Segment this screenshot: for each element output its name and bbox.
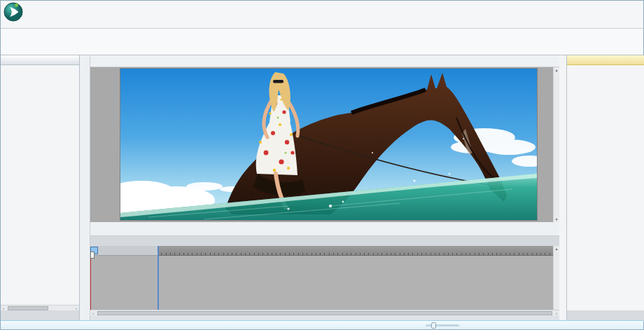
- timeline-corner: [90, 246, 158, 256]
- status-bar: [1, 320, 643, 329]
- app-logo-icon[interactable]: [4, 2, 23, 22]
- timeline-vscrollbar[interactable]: ▲: [553, 246, 559, 310]
- selection-start-line: [158, 246, 159, 310]
- resources-window-panel: [566, 55, 644, 322]
- drawing-toolbar: [80, 55, 90, 322]
- close-button[interactable]: [629, 1, 642, 10]
- maximize-button[interactable]: [617, 1, 629, 10]
- scroll-thumb[interactable]: [8, 306, 48, 310]
- editor-area: ▲ ▼ ‹ › ▲: [90, 55, 559, 322]
- ribbon: [1, 29, 643, 55]
- track-headers: [90, 256, 158, 310]
- menu-bar: [1, 12, 643, 29]
- minimize-button[interactable]: [604, 1, 617, 10]
- slider-thumb[interactable]: [431, 322, 436, 329]
- editor-toolbar: [90, 55, 559, 67]
- playhead-line[interactable]: [90, 252, 91, 310]
- preview-video-frame[interactable]: [120, 69, 537, 220]
- resources-tree: [567, 65, 644, 310]
- timeline-ruler[interactable]: [158, 246, 553, 256]
- objects-tree: [1, 65, 79, 305]
- objects-hscrollbar[interactable]: ‹ ›: [1, 305, 79, 310]
- scene-tabs: [90, 236, 559, 246]
- objects-explorer-panel: ‹ ›: [1, 55, 80, 322]
- vsdc-window: ‹ ›: [0, 0, 644, 330]
- scroll-right-icon[interactable]: ›: [74, 306, 79, 310]
- window-controls: [604, 1, 642, 10]
- track-rows: [158, 256, 553, 310]
- status-zoom-out-icon[interactable]: [417, 322, 424, 329]
- ruler-tooltip: [90, 252, 94, 259]
- scroll-right-icon[interactable]: ›: [554, 311, 559, 315]
- scroll-up-icon[interactable]: ▲: [555, 68, 559, 72]
- timeline: ‹ › ▲: [90, 246, 559, 315]
- preview-vscrollbar[interactable]: ▲ ▼: [553, 67, 559, 222]
- timeline-toolbar: [90, 222, 559, 236]
- status-zoom-in-icon[interactable]: [461, 322, 468, 329]
- scroll-left-icon[interactable]: ‹: [1, 306, 6, 310]
- scroll-thumb[interactable]: [97, 311, 552, 315]
- objects-explorer-header: [1, 55, 79, 65]
- resources-window-header: [567, 55, 644, 65]
- scroll-left-icon[interactable]: ‹: [90, 311, 96, 315]
- timeline-hscrollbar[interactable]: ‹ ›: [90, 310, 559, 315]
- scroll-down-icon[interactable]: ▼: [555, 217, 559, 221]
- preview-canvas[interactable]: ▲ ▼: [90, 67, 559, 222]
- title-bar: [1, 1, 643, 12]
- status-zoom-slider[interactable]: [426, 324, 459, 326]
